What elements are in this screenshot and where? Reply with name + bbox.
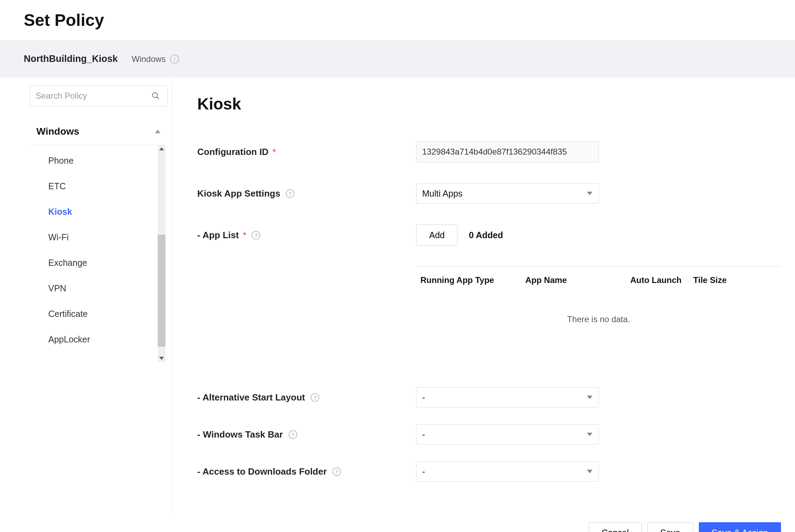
scrollbar-track[interactable] [158, 145, 165, 362]
scrollbar-thumb[interactable] [158, 235, 165, 347]
downloads-value: - [416, 461, 599, 482]
kiosk-app-settings-value: Multi Apps [416, 183, 599, 204]
add-button[interactable]: Add [416, 225, 457, 246]
row-kiosk-app-settings: Kiosk App Settings ? Multi Apps [197, 183, 781, 204]
alt-start-select[interactable]: - [416, 387, 599, 407]
page-header: Set Policy [0, 0, 795, 40]
taskbar-value: - [416, 424, 599, 445]
main-area: Windows Phone ETC Kiosk Wi-Fi Exchange V… [0, 78, 795, 512]
tree-header-label: Windows [36, 126, 79, 137]
platform-label: Windows i [132, 54, 179, 64]
label-taskbar: - Windows Task Bar ? [197, 429, 416, 440]
sidebar-item-exchange[interactable]: Exchange [29, 250, 165, 276]
tree-header-windows[interactable]: Windows [29, 118, 165, 145]
content-title: Kiosk [197, 94, 781, 113]
taskbar-select[interactable]: - [416, 424, 599, 445]
help-icon[interactable]: ? [289, 430, 297, 439]
label-kiosk-app-settings: Kiosk App Settings ? [197, 188, 416, 199]
search-wrap [30, 85, 165, 106]
chevron-down-icon [587, 396, 592, 399]
label-config-id-text: Configuration ID [197, 147, 269, 157]
help-icon[interactable]: ? [251, 231, 260, 240]
alt-start-value: - [416, 387, 599, 407]
svg-line-1 [157, 97, 159, 99]
sidebar-item-vpn[interactable]: VPN [29, 276, 165, 301]
sidebar-item-wifi[interactable]: Wi-Fi [29, 225, 165, 250]
table-empty-message: There is no data. [416, 293, 781, 387]
row-downloads: - Access to Downloads Folder ? - [197, 461, 781, 482]
platform-text: Windows [132, 54, 166, 64]
chevron-down-icon [587, 433, 592, 436]
scroll-down-icon[interactable] [159, 357, 164, 360]
col-tile-size: Tile Size [693, 275, 749, 285]
content-panel: Kiosk Configuration ID * Kiosk App Setti… [172, 78, 795, 512]
sidebar-item-certificate[interactable]: Certificate [29, 301, 165, 327]
page-title: Set Policy [24, 10, 795, 30]
svg-point-0 [152, 93, 157, 98]
col-running-app-type: Running App Type [420, 275, 525, 285]
app-table-head: Running App Type App Name Auto Launch Ti… [416, 267, 781, 293]
required-marker: * [243, 230, 246, 240]
label-downloads: - Access to Downloads Folder ? [197, 466, 416, 477]
save-button[interactable]: Save [647, 522, 693, 532]
required-marker: * [273, 147, 276, 156]
sidebar: Windows Phone ETC Kiosk Wi-Fi Exchange V… [0, 78, 172, 512]
help-icon[interactable]: ? [332, 467, 341, 476]
added-count: 0 Added [469, 230, 503, 240]
scroll-up-icon[interactable] [159, 147, 164, 150]
label-app-list: - App List * ? [197, 230, 416, 241]
search-icon [151, 92, 160, 100]
info-icon[interactable]: i [170, 55, 179, 64]
downloads-select[interactable]: - [416, 461, 599, 482]
search-input[interactable] [30, 85, 168, 106]
row-config-id: Configuration ID * [197, 141, 781, 162]
chevron-up-icon [155, 130, 161, 133]
label-app-list-text: - App List [197, 230, 239, 241]
row-app-list: - App List * ? Add 0 Added [197, 225, 781, 246]
help-icon[interactable]: ? [311, 393, 319, 402]
sidebar-item-kiosk[interactable]: Kiosk [29, 199, 165, 225]
chevron-down-icon [587, 470, 592, 473]
save-assign-button[interactable]: Save & Assign [699, 522, 781, 532]
label-downloads-text: - Access to Downloads Folder [197, 466, 327, 477]
label-kiosk-app-settings-text: Kiosk App Settings [197, 188, 280, 199]
col-app-name: App Name [525, 275, 630, 285]
config-id-input[interactable] [416, 141, 599, 162]
app-table: Running App Type App Name Auto Launch Ti… [416, 267, 781, 387]
policy-name: NorthBuilding_Kiosk [24, 54, 118, 64]
tree-scroll: Phone ETC Kiosk Wi-Fi Exchange VPN Certi… [29, 145, 165, 362]
help-icon[interactable]: ? [286, 189, 294, 198]
row-alt-start: - Alternative Start Layout ? - [197, 387, 781, 407]
label-taskbar-text: - Windows Task Bar [197, 429, 283, 440]
label-alt-start: - Alternative Start Layout ? [197, 392, 416, 403]
kiosk-app-settings-select[interactable]: Multi Apps [416, 183, 599, 204]
label-config-id: Configuration ID * [197, 147, 416, 157]
subheader-bar: NorthBuilding_Kiosk Windows i [0, 40, 795, 78]
chevron-down-icon [587, 192, 592, 195]
sidebar-item-applocker[interactable]: AppLocker [29, 327, 165, 352]
footer-actions: Cancel Save Save & Assign [0, 512, 795, 532]
app-list-controls: Add 0 Added [416, 225, 503, 246]
label-alt-start-text: - Alternative Start Layout [197, 392, 305, 403]
sidebar-item-etc[interactable]: ETC [29, 173, 165, 199]
sidebar-item-phone[interactable]: Phone [29, 148, 165, 173]
cancel-button[interactable]: Cancel [589, 522, 642, 532]
col-auto-launch: Auto Launch [630, 275, 693, 285]
row-taskbar: - Windows Task Bar ? - [197, 424, 781, 445]
